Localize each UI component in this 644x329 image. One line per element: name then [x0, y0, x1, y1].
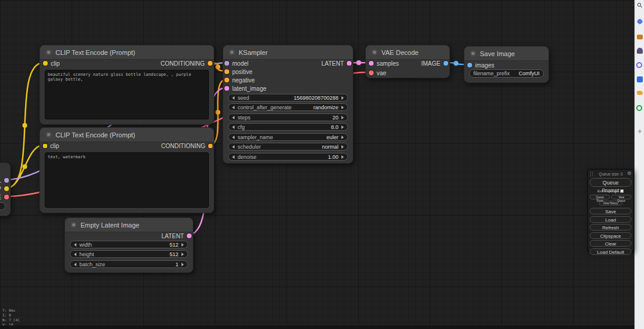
model-port-icon[interactable] [224, 61, 229, 66]
denoise-widget[interactable]: denoise 1.00 [228, 153, 348, 161]
decrement-arrow-icon[interactable] [74, 263, 76, 266]
decrement-arrow-icon[interactable] [232, 136, 235, 139]
decrement-arrow-icon[interactable] [74, 253, 76, 256]
conditioning-port-icon[interactable] [224, 78, 229, 82]
decrement-arrow-icon[interactable] [232, 155, 235, 159]
horizontal-scrollbar[interactable] [0, 325, 634, 329]
output-slot-conditioning[interactable]: CONDITIONING [161, 59, 212, 67]
collapse-dot-icon[interactable] [372, 50, 377, 55]
latent-port-icon[interactable] [224, 86, 229, 91]
increment-arrow-icon[interactable] [181, 243, 184, 247]
hand-icon[interactable] [637, 91, 643, 95]
positive-prompt-textarea[interactable]: beautiful scenery nature glass bottle la… [45, 70, 209, 119]
collapse-dot-icon[interactable] [46, 50, 51, 55]
empty-latent-image-node[interactable]: Empty Latent Image LATENT width 512 heig… [64, 217, 193, 273]
decrement-arrow-icon[interactable] [232, 106, 235, 109]
decrement-arrow-icon[interactable] [74, 243, 76, 247]
output-slot-clip[interactable]: CLIP [0, 185, 9, 193]
output-slot-latent[interactable]: LATENT [161, 232, 192, 240]
height-widget[interactable]: height 512 [70, 250, 188, 258]
input-slot-negative[interactable]: negative [224, 76, 255, 84]
image-port-icon[interactable] [467, 63, 472, 67]
vae-port-icon[interactable] [369, 70, 374, 75]
increment-arrow-icon[interactable] [341, 155, 344, 159]
batch-size-widget[interactable]: batch_size 1 [70, 260, 188, 268]
collapse-dot-icon[interactable] [46, 132, 51, 137]
input-slot-clip[interactable]: clip [43, 59, 60, 67]
checkpoint-name-widget[interactable] [0, 202, 5, 210]
increment-arrow-icon[interactable] [341, 106, 344, 109]
save-button[interactable]: Save [590, 208, 631, 214]
input-slot-positive[interactable]: positive [224, 67, 252, 76]
conditioning-port-icon[interactable] [208, 144, 212, 148]
scheduler-widget[interactable]: scheduler normal [228, 143, 348, 150]
clip-port-icon[interactable] [43, 144, 47, 148]
ring-icon[interactable] [636, 62, 642, 68]
vae-port-icon[interactable] [4, 195, 9, 199]
increment-arrow-icon[interactable] [341, 96, 344, 100]
load-checkpoint-node[interactable]: MODEL CLIP VAE [0, 162, 11, 216]
vae-decode-node[interactable]: VAE Decode samples vae IMAGE [365, 45, 450, 78]
latent-port-icon[interactable] [347, 61, 352, 66]
queue-front-button[interactable]: Queue Front [590, 195, 610, 199]
node-title-bar[interactable]: CLIP Text Encode (Prompt) [40, 128, 214, 142]
clip-text-encode-positive-node[interactable]: CLIP Text Encode (Prompt) clip CONDITION… [39, 45, 214, 125]
clip-text-encode-negative-node[interactable]: CLIP Text Encode (Prompt) clip CONDITION… [39, 127, 214, 213]
collapse-dot-icon[interactable] [470, 51, 476, 56]
queue-prompt-button[interactable]: Queue Prompt [590, 178, 631, 187]
briefcase-icon[interactable] [637, 35, 643, 39]
increment-arrow-icon[interactable] [341, 136, 344, 139]
output-slot-conditioning[interactable]: CONDITIONING [161, 142, 212, 150]
steps-widget[interactable]: steps 20 [228, 113, 348, 121]
load-button[interactable]: Load [590, 216, 631, 223]
width-widget[interactable]: width 512 [70, 241, 188, 248]
latent-port-icon[interactable] [369, 61, 374, 66]
image-port-icon[interactable] [443, 61, 448, 66]
input-slot-images[interactable]: images [467, 61, 494, 69]
node-title-bar[interactable]: Empty Latent Image [65, 218, 193, 232]
node-title-bar[interactable]: KSampler [223, 45, 353, 60]
clear-button[interactable]: Clear [590, 240, 631, 247]
search-icon[interactable] [637, 2, 643, 8]
decrement-arrow-icon[interactable] [232, 145, 235, 149]
input-slot-latent-image[interactable]: latent_image [224, 84, 266, 93]
output-slot-model[interactable]: MODEL [0, 176, 9, 185]
increment-arrow-icon[interactable] [341, 125, 344, 129]
sampler-name-widget[interactable]: sampler_name euler [228, 133, 348, 141]
input-slot-samples[interactable]: samples [369, 59, 399, 67]
extra-options-checkbox[interactable] [620, 189, 624, 193]
increment-arrow-icon[interactable] [181, 253, 184, 256]
increment-arrow-icon[interactable] [341, 116, 344, 119]
decrement-arrow-icon[interactable] [232, 96, 235, 100]
gear-icon[interactable]: ⚙ [627, 171, 631, 176]
input-slot-model[interactable]: model [224, 59, 248, 67]
cfg-widget[interactable]: cfg 8.0 [228, 123, 348, 131]
collapse-dot-icon[interactable] [71, 222, 76, 227]
increment-arrow-icon[interactable] [181, 263, 184, 266]
recycle-icon[interactable] [636, 105, 642, 111]
increment-arrow-icon[interactable] [341, 145, 344, 149]
output-slot-vae[interactable]: VAE [0, 193, 9, 201]
load-default-button[interactable]: Load Default [590, 248, 631, 255]
node-title-bar[interactable]: Save Image [464, 47, 549, 61]
decrement-arrow-icon[interactable] [232, 125, 235, 129]
conditioning-port-icon[interactable] [224, 69, 229, 74]
graph-canvas[interactable]: MODEL CLIP VAE CLIP Text Encode (Prompt) [0, 0, 634, 329]
latent-port-icon[interactable] [187, 233, 192, 238]
ksampler-node[interactable]: KSampler model positive negative latent_… [223, 45, 353, 164]
app-icon[interactable] [637, 76, 643, 82]
drag-handle-icon[interactable] [590, 171, 593, 176]
clip-port-icon[interactable] [43, 61, 48, 66]
plus-icon[interactable] [637, 128, 643, 134]
seed-widget[interactable]: seed 156980208700288 [228, 94, 348, 102]
negative-prompt-textarea[interactable]: text, watermark [45, 152, 209, 208]
filename-prefix-widget[interactable]: filename_prefix ComfyUI [469, 69, 544, 78]
save-image-node[interactable]: Save Image images filename_prefix ComfyU… [464, 46, 549, 83]
view-queue-button[interactable]: View Queue [611, 195, 631, 199]
output-slot-image[interactable]: IMAGE [421, 59, 448, 67]
control-after-generate-widget[interactable]: control_after_generate randomize [228, 103, 348, 111]
decrement-arrow-icon[interactable] [232, 116, 235, 119]
input-slot-clip[interactable]: clip [43, 142, 59, 150]
clip-port-icon[interactable] [4, 186, 9, 191]
refresh-button[interactable]: Refresh [590, 224, 631, 230]
